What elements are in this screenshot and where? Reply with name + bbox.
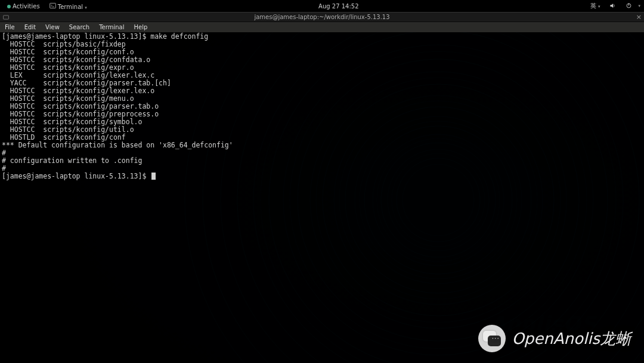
activities-button[interactable]: Activities [4,3,44,10]
wechat-icon [478,325,506,352]
terminal-menubar: File Edit View Search Terminal Help [0,22,644,32]
terminal-window: james@james-laptop:~/workdir/linux-5.13.… [0,12,644,363]
chevron-down-icon: ▾ [598,4,600,9]
menu-file[interactable]: File [1,24,18,30]
app-menu-label: Terminal [58,4,83,10]
clock-label: Aug 27 14:52 [318,3,358,10]
input-method[interactable]: 英 ▾ [587,2,604,10]
close-button[interactable]: × [636,13,642,21]
menu-terminal[interactable]: Terminal [95,24,128,30]
clock[interactable]: Aug 27 14:52 [91,3,587,10]
chevron-down-icon: ▾ [85,5,87,10]
input-method-label: 英 [590,2,596,9]
menu-help[interactable]: Help [130,24,151,30]
app-menu[interactable]: Terminal ▾ [46,2,91,10]
activities-dot-icon [7,5,11,8]
menu-search[interactable]: Search [66,24,93,30]
power-icon[interactable] [622,2,636,10]
window-titlebar[interactable]: james@james-laptop:~/workdir/linux-5.13.… [0,12,644,22]
svg-rect-27 [49,3,55,8]
menu-view[interactable]: View [42,24,63,30]
volume-icon[interactable] [606,2,620,10]
shell-prompt: [james@james-laptop linux-5.13.13]$ [2,172,150,180]
terminal-viewport[interactable]: [james@james-laptop linux-5.13.13]$ make… [0,32,644,363]
activities-label: Activities [13,3,40,10]
watermark: OpenAnolis龙蜥 [478,325,631,352]
window-title: james@james-laptop:~/workdir/linux-5.13.… [0,14,644,20]
menu-edit[interactable]: Edit [21,24,39,30]
gnome-topbar: Activities Terminal ▾ Aug 27 14:52 英 ▾ ▾ [0,0,644,12]
watermark-text: OpenAnolis龙蜥 [512,328,631,349]
terminal-app-icon [49,2,56,9]
chevron-down-icon: ▾ [638,4,640,8]
shell-command: make defconfig [150,32,208,41]
close-icon: × [636,13,642,21]
terminal-output: HOSTCC scripts/basic/fixdep HOSTCC scrip… [2,40,233,173]
cursor-icon [151,173,156,180]
shell-prompt: [james@james-laptop linux-5.13.13]$ [2,32,150,41]
